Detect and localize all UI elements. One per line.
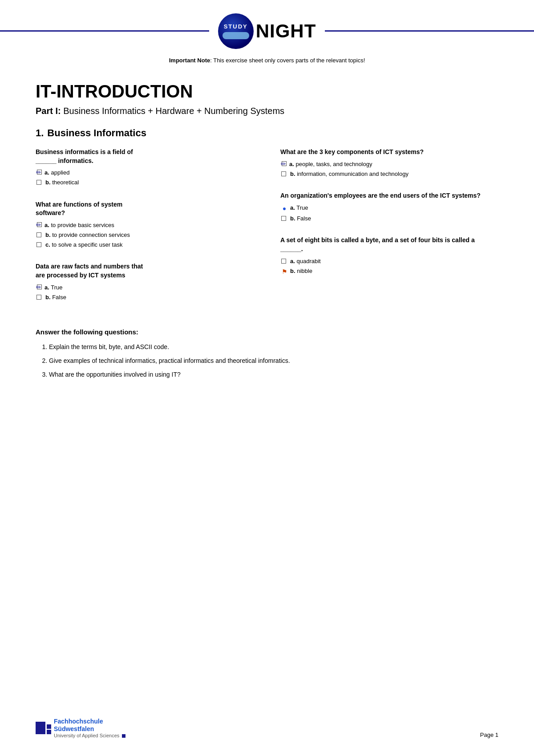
check-icon-q6a (280, 258, 288, 264)
footer-univ-square (122, 734, 125, 738)
footer-small-squares (47, 722, 51, 734)
answer-text-q2b: b. to provide connection services (45, 231, 254, 239)
footer-page-label: Page (480, 732, 494, 738)
answer-q1a: ✏ a. applied (36, 169, 254, 177)
question-text-q2: What are functions of systemsoftware? (36, 200, 254, 218)
answer-section: Answer the following questions: Explain … (36, 328, 498, 379)
question-block-q6: A set of eight bits is called a byte, an… (280, 236, 498, 276)
answer-text-q3b: b. False (45, 293, 254, 301)
footer-bars (36, 722, 45, 734)
question-block-q2: What are functions of systemsoftware? ✏ … (36, 200, 254, 249)
footer-logo-icon-group (36, 722, 51, 734)
footer-logo: Fachhochschule Südwestfalen University o… (36, 718, 125, 738)
part-text: Business Informatics + Hardware + Number… (63, 106, 284, 116)
label-q2a: a. (44, 222, 49, 228)
empty-checkbox-q5b (281, 216, 286, 221)
answer-list: Explain the terms bit, byte, and ASCII c… (36, 342, 498, 379)
answer-list-item-3: What are the opportunities involved in u… (49, 370, 498, 379)
label-q3a: a. (44, 284, 49, 291)
answer-q4a: ✏ a. people, tasks, and technology (280, 160, 498, 168)
question-text-q5: An organization's employees are the end … (280, 191, 498, 200)
answer-text-q2a: a. to provide basic services (44, 221, 254, 229)
question-block-q5: An organization's employees are the end … (280, 191, 498, 223)
answer-text-q1a: a. applied (44, 169, 254, 177)
answer-text-q5a: a. True (290, 204, 498, 212)
important-note: Important Note: This exercise sheet only… (0, 53, 534, 73)
footer-univ-text: University of Applied Sciences (54, 733, 125, 738)
label-q5b: b. (290, 215, 295, 222)
question-text-q4: What are the 3 key components of ICT sys… (280, 148, 498, 157)
answer-text-q4b: b. information, communication and techno… (290, 170, 498, 178)
part-title: Part I: Business Informatics + Hardware … (36, 106, 498, 116)
footer-square-bottom (47, 730, 51, 734)
questions-grid: Business informatics is a field of______… (36, 148, 498, 315)
check-icon-q3a: ✏ (36, 284, 43, 289)
answer-q2c: c. to solve a specific user task (36, 241, 254, 249)
answer-q5a: ● a. True (280, 204, 498, 213)
footer-logo-shape (36, 722, 51, 734)
check-icon-q3b (36, 294, 44, 300)
check-icon-q4a: ✏ (280, 161, 287, 166)
answer-section-title: Answer the following questions: (36, 328, 498, 336)
section-num: 1. (36, 127, 44, 138)
header: STUDY NIGHT (0, 0, 534, 53)
answer-text-q6a: a. quadrabit (290, 257, 498, 265)
doc-title: IT-INTRODUCTION (36, 81, 498, 102)
logo-study-text: STUDY (222, 24, 249, 29)
label-q1b: b. (45, 179, 51, 186)
footer-square-top (47, 724, 51, 729)
answer-text-q4a: a. people, tasks, and technology (289, 160, 498, 168)
question-text-q1: Business informatics is a field of______… (36, 148, 254, 165)
answer-list-item-2: Give examples of technical informatics, … (49, 356, 498, 366)
empty-checkbox-q4b (281, 171, 286, 176)
question-text-q6: A set of eight bits is called a byte, an… (280, 236, 498, 253)
label-q6a: a. (290, 258, 295, 264)
footer-page: Page 1 (480, 732, 498, 738)
check-icon-q2c (36, 241, 44, 247)
label-q2c: c. (45, 241, 50, 248)
question-block-q4: What are the 3 key components of ICT sys… (280, 148, 498, 178)
important-note-text: : This exercise sheet only covers parts … (210, 57, 365, 64)
check-icon-q1b (36, 179, 44, 185)
section-name: Business Informatics (47, 127, 146, 138)
answer-q4b: b. information, communication and techno… (280, 170, 498, 178)
page: STUDY NIGHT Important Note: This exercis… (0, 0, 534, 756)
empty-checkbox-q2c (36, 242, 41, 247)
answer-q5b: b. False (280, 215, 498, 223)
question-text-q3: Data are raw facts and numbers thatare p… (36, 262, 254, 280)
answer-text-q3a: a. True (44, 284, 254, 292)
check-icon-q2a: ✏ (36, 222, 43, 227)
answer-q3a: ✏ a. True (36, 284, 254, 292)
label-q4b: b. (290, 171, 295, 177)
empty-checkbox-q3b (36, 295, 41, 300)
empty-checkbox-q6a (281, 259, 286, 264)
study-logo: STUDY (218, 13, 254, 49)
important-note-bold: Important Note (169, 57, 210, 64)
answer-q2a: ✏ a. to provide basic services (36, 221, 254, 229)
answer-q2b: b. to provide connection services (36, 231, 254, 239)
check-icon-q2b (36, 232, 44, 237)
empty-checkbox-q2b (36, 232, 41, 237)
section-title-1: 1.Business Informatics (36, 127, 498, 139)
header-title: NIGHT (256, 20, 316, 42)
header-logo-area: STUDY NIGHT (209, 13, 325, 49)
footer-page-number: 1 (495, 732, 498, 738)
logo-cloud (222, 32, 249, 39)
check-icon-q1a: ✏ (36, 169, 43, 174)
main-content: IT-INTRODUCTION Part I: Business Informa… (0, 81, 534, 379)
part-label: Part I: (36, 106, 61, 116)
question-block-q1: Business informatics is a field of______… (36, 148, 254, 187)
answer-q1b: b. theoretical (36, 179, 254, 187)
answer-text-q2c: c. to solve a specific user task (45, 241, 254, 249)
answer-list-item-1: Explain the terms bit, byte, and ASCII c… (49, 342, 498, 352)
check-icon-q6b: ⚑ (280, 268, 288, 276)
footer-school-line1: Fachhochschule (54, 718, 125, 725)
label-q4a: a. (289, 161, 294, 167)
answer-text-q5b: b. False (290, 215, 498, 223)
label-q1a: a. (44, 169, 49, 176)
label-q6b: b. (290, 268, 295, 274)
questions-left-col: Business informatics is a field of______… (36, 148, 254, 315)
answer-text-q6b: b. nibble (290, 267, 498, 275)
label-q3b: b. (45, 294, 51, 301)
question-block-q3: Data are raw facts and numbers thatare p… (36, 262, 254, 301)
